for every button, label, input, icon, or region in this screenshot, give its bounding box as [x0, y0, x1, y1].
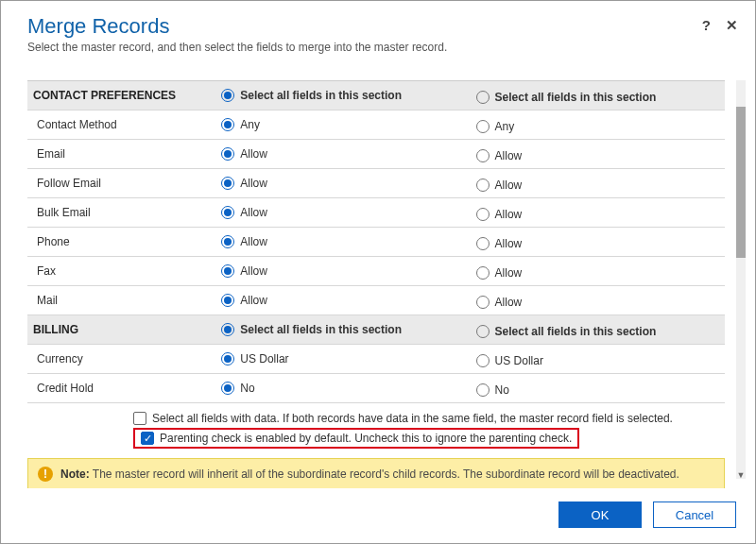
field-label: Fax: [27, 257, 215, 286]
field-label: Contact Method: [27, 110, 215, 140]
vertical-scrollbar[interactable]: ▲ ▼: [736, 80, 746, 479]
field-sub-radio[interactable]: Allow: [476, 208, 523, 221]
field-master-radio[interactable]: No: [221, 382, 254, 395]
note-prefix: Note:: [60, 468, 90, 481]
radio-icon: [221, 323, 234, 336]
field-master-value: Allow: [240, 206, 267, 219]
field-row: Bulk Email Allow Allow: [27, 198, 725, 228]
radio-icon: [221, 352, 234, 366]
radio-icon: [476, 208, 490, 221]
note-body: The master record will inherit all of th…: [93, 468, 679, 481]
field-row: Follow Email Allow Allow: [27, 169, 725, 198]
section-header-billing: BILLING Select all fields in this sectio…: [27, 315, 725, 345]
field-sub-value: No: [495, 383, 509, 397]
select-all-sub-billing[interactable]: Select all fields in this section: [476, 325, 657, 338]
field-label: Credit Hold: [27, 374, 215, 403]
select-all-label: Select all fields in this section: [495, 91, 657, 104]
field-sub-radio[interactable]: Allow: [476, 178, 523, 192]
select-all-with-data-label: Select all fields with data. If both rec…: [152, 412, 673, 425]
scroll-thumb[interactable]: [736, 107, 746, 258]
radio-icon: [221, 235, 234, 248]
dialog-title: Merge Records: [27, 14, 732, 39]
select-all-sub-contact[interactable]: Select all fields in this section: [476, 91, 657, 104]
field-sub-value: Allow: [495, 237, 523, 250]
radio-icon: [476, 237, 490, 250]
field-master-radio[interactable]: Allow: [221, 294, 267, 307]
radio-icon: [476, 354, 490, 367]
field-row: Contact Method Any Any: [27, 110, 725, 140]
radio-icon: [221, 294, 234, 307]
field-row: Currency US Dollar US Dollar: [27, 345, 725, 374]
field-master-radio[interactable]: Allow: [221, 147, 267, 161]
field-sub-radio[interactable]: Allow: [476, 237, 523, 250]
ok-button[interactable]: OK: [558, 502, 642, 528]
radio-icon: [221, 382, 234, 395]
field-master-value: US Dollar: [240, 352, 288, 366]
field-master-value: Allow: [240, 177, 267, 190]
field-master-radio[interactable]: US Dollar: [221, 352, 288, 366]
field-sub-value: US Dollar: [495, 354, 543, 367]
close-icon[interactable]: ✕: [726, 18, 738, 32]
cancel-button[interactable]: Cancel: [653, 502, 736, 528]
note-text: Note: The master record will inherit all…: [60, 468, 679, 481]
field-label: Email: [27, 140, 215, 169]
field-master-radio[interactable]: Allow: [221, 264, 267, 278]
parenting-check-checkbox[interactable]: ✓: [141, 432, 154, 445]
dialog-footer: OK Cancel: [1, 488, 755, 543]
field-sub-value: Allow: [495, 149, 523, 162]
radio-icon: [476, 149, 490, 162]
field-master-radio[interactable]: Allow: [221, 206, 267, 219]
field-master-value: No: [240, 382, 254, 395]
field-master-radio[interactable]: Any: [221, 118, 260, 131]
radio-icon: [476, 91, 490, 104]
field-sub-value: Allow: [495, 208, 523, 221]
select-all-label: Select all fields in this section: [495, 325, 657, 338]
field-master-value: Allow: [240, 147, 267, 161]
field-label: Bulk Email: [27, 198, 215, 228]
radio-icon: [476, 325, 490, 338]
note-bar: ! Note: The master record will inherit a…: [27, 458, 725, 488]
radio-icon: [221, 206, 234, 219]
field-sub-radio[interactable]: Any: [476, 120, 515, 133]
header-icons: ? ✕: [702, 18, 738, 32]
field-sub-radio[interactable]: US Dollar: [476, 354, 543, 367]
field-sub-radio[interactable]: No: [476, 383, 509, 397]
field-sub-radio[interactable]: Allow: [476, 266, 523, 280]
dialog-header: Merge Records Select the master record, …: [1, 1, 755, 61]
help-icon[interactable]: ?: [702, 18, 711, 32]
field-master-value: Allow: [240, 264, 267, 278]
field-master-radio[interactable]: Allow: [221, 177, 267, 190]
field-master-value: Allow: [240, 235, 267, 248]
scroll-track[interactable]: [736, 80, 746, 479]
radio-icon: [221, 147, 234, 161]
field-sub-radio[interactable]: Allow: [476, 149, 523, 162]
field-label: Mail: [27, 286, 215, 315]
radio-icon: [476, 178, 490, 192]
warning-icon: !: [38, 467, 53, 482]
field-label: Currency: [27, 345, 215, 374]
field-sub-radio[interactable]: Allow: [476, 296, 523, 309]
field-label: Follow Email: [27, 169, 215, 198]
field-master-value: Allow: [240, 294, 267, 307]
radio-icon: [476, 120, 490, 133]
radio-icon: [476, 266, 490, 280]
field-row: Mail Allow Allow: [27, 286, 725, 315]
select-all-master-contact[interactable]: Select all fields in this section: [221, 89, 402, 102]
field-sub-value: Allow: [495, 296, 523, 309]
dialog-body: CONTACT PREFERENCES Select all fields in…: [1, 61, 755, 488]
field-row: Phone Allow Allow: [27, 228, 725, 257]
select-all-label: Select all fields in this section: [240, 323, 402, 336]
merge-grid-scroll[interactable]: CONTACT PREFERENCES Select all fields in…: [27, 80, 725, 488]
bottom-options: Select all fields with data. If both rec…: [27, 403, 725, 454]
radio-icon: [221, 118, 234, 131]
check-icon: ✓: [144, 434, 152, 444]
merge-grid: CONTACT PREFERENCES Select all fields in…: [27, 81, 725, 403]
field-sub-value: Allow: [495, 178, 523, 192]
radio-icon: [221, 177, 234, 190]
select-all-label: Select all fields in this section: [240, 89, 402, 102]
scroll-down-icon[interactable]: ▼: [736, 470, 746, 480]
select-all-with-data-checkbox[interactable]: [133, 412, 146, 425]
select-all-master-billing[interactable]: Select all fields in this section: [221, 323, 402, 336]
dialog-subtitle: Select the master record, and then selec…: [27, 41, 732, 54]
field-master-radio[interactable]: Allow: [221, 235, 267, 248]
